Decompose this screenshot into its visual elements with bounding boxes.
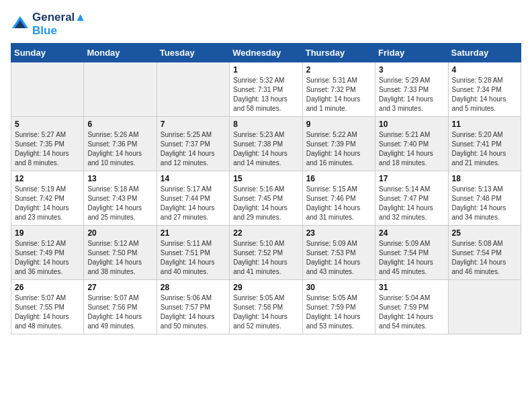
day-number: 19 xyxy=(15,228,80,238)
calendar-day-cell: 13Sunrise: 5:18 AM Sunset: 7:43 PM Dayli… xyxy=(84,171,157,226)
day-info: Sunrise: 5:09 AM Sunset: 7:54 PM Dayligh… xyxy=(379,239,444,277)
day-number: 4 xyxy=(452,65,517,75)
day-number: 12 xyxy=(15,174,80,183)
calendar-day-cell: 21Sunrise: 5:11 AM Sunset: 7:51 PM Dayli… xyxy=(157,226,229,280)
calendar-day-cell: 22Sunrise: 5:10 AM Sunset: 7:52 PM Dayli… xyxy=(230,226,302,280)
calendar-day-cell: 3Sunrise: 5:29 AM Sunset: 7:33 PM Daylig… xyxy=(375,62,448,117)
day-number: 2 xyxy=(306,65,371,75)
day-info: Sunrise: 5:31 AM Sunset: 7:32 PM Dayligh… xyxy=(306,76,371,113)
day-number: 22 xyxy=(233,228,298,238)
calendar-week-row: 5Sunrise: 5:27 AM Sunset: 7:35 PM Daylig… xyxy=(11,117,521,171)
calendar-day-cell: 14Sunrise: 5:17 AM Sunset: 7:44 PM Dayli… xyxy=(157,171,229,226)
logo-text: General▲ Blue xyxy=(32,11,86,38)
day-info: Sunrise: 5:10 AM Sunset: 7:52 PM Dayligh… xyxy=(233,239,298,277)
calendar-day-cell: 27Sunrise: 5:07 AM Sunset: 7:56 PM Dayli… xyxy=(84,280,157,334)
day-info: Sunrise: 5:21 AM Sunset: 7:40 PM Dayligh… xyxy=(379,130,444,168)
day-number: 20 xyxy=(87,228,152,238)
day-info: Sunrise: 5:07 AM Sunset: 7:55 PM Dayligh… xyxy=(15,293,80,331)
day-info: Sunrise: 5:26 AM Sunset: 7:36 PM Dayligh… xyxy=(87,130,152,168)
weekday-header: Tuesday xyxy=(157,44,229,62)
day-info: Sunrise: 5:15 AM Sunset: 7:46 PM Dayligh… xyxy=(306,185,371,222)
calendar-day-cell: 18Sunrise: 5:13 AM Sunset: 7:48 PM Dayli… xyxy=(448,171,521,226)
day-number: 27 xyxy=(87,283,152,292)
calendar-day-cell: 28Sunrise: 5:06 AM Sunset: 7:57 PM Dayli… xyxy=(157,280,229,334)
calendar-day-cell: 17Sunrise: 5:14 AM Sunset: 7:47 PM Dayli… xyxy=(375,171,448,226)
weekday-header: Wednesday xyxy=(230,44,302,62)
day-info: Sunrise: 5:29 AM Sunset: 7:33 PM Dayligh… xyxy=(379,76,444,113)
day-number: 7 xyxy=(161,120,226,129)
calendar-day-cell: 24Sunrise: 5:09 AM Sunset: 7:54 PM Dayli… xyxy=(375,226,448,280)
weekday-header: Sunday xyxy=(11,44,84,62)
calendar-day-cell: 11Sunrise: 5:20 AM Sunset: 7:41 PM Dayli… xyxy=(448,117,521,171)
day-number: 10 xyxy=(379,120,444,129)
calendar-day-cell: 26Sunrise: 5:07 AM Sunset: 7:55 PM Dayli… xyxy=(11,280,84,334)
day-info: Sunrise: 5:12 AM Sunset: 7:49 PM Dayligh… xyxy=(15,239,80,277)
day-number: 3 xyxy=(379,65,444,75)
day-number: 6 xyxy=(87,120,152,129)
day-number: 25 xyxy=(452,228,517,238)
calendar-week-row: 1Sunrise: 5:32 AM Sunset: 7:31 PM Daylig… xyxy=(11,62,521,117)
calendar-day-cell: 7Sunrise: 5:25 AM Sunset: 7:37 PM Daylig… xyxy=(157,117,229,171)
calendar: SundayMondayTuesdayWednesdayThursdayFrid… xyxy=(11,43,521,334)
calendar-day-cell: 29Sunrise: 5:05 AM Sunset: 7:58 PM Dayli… xyxy=(230,280,302,334)
day-number: 13 xyxy=(87,174,152,183)
day-number: 29 xyxy=(233,283,298,292)
calendar-day-cell: 16Sunrise: 5:15 AM Sunset: 7:46 PM Dayli… xyxy=(302,171,375,226)
day-number: 8 xyxy=(233,120,298,129)
day-info: Sunrise: 5:25 AM Sunset: 7:37 PM Dayligh… xyxy=(161,130,226,168)
calendar-day-cell: 25Sunrise: 5:08 AM Sunset: 7:54 PM Dayli… xyxy=(448,226,521,280)
day-number: 26 xyxy=(15,283,80,292)
calendar-week-row: 26Sunrise: 5:07 AM Sunset: 7:55 PM Dayli… xyxy=(11,280,521,334)
day-number: 28 xyxy=(161,283,226,292)
weekday-header: Monday xyxy=(84,44,157,62)
day-info: Sunrise: 5:20 AM Sunset: 7:41 PM Dayligh… xyxy=(452,130,517,168)
calendar-day-cell: 2Sunrise: 5:31 AM Sunset: 7:32 PM Daylig… xyxy=(302,62,375,117)
day-number: 11 xyxy=(452,120,517,129)
day-number: 1 xyxy=(233,65,298,75)
day-number: 15 xyxy=(233,174,298,183)
calendar-day-cell: 23Sunrise: 5:09 AM Sunset: 7:53 PM Dayli… xyxy=(302,226,375,280)
calendar-day-cell: 10Sunrise: 5:21 AM Sunset: 7:40 PM Dayli… xyxy=(375,117,448,171)
day-info: Sunrise: 5:05 AM Sunset: 7:59 PM Dayligh… xyxy=(306,293,371,331)
day-number: 30 xyxy=(306,283,371,292)
day-number: 17 xyxy=(379,174,444,183)
weekday-header: Friday xyxy=(375,44,448,62)
day-info: Sunrise: 5:07 AM Sunset: 7:56 PM Dayligh… xyxy=(87,293,152,331)
day-info: Sunrise: 5:11 AM Sunset: 7:51 PM Dayligh… xyxy=(161,239,226,277)
day-info: Sunrise: 5:14 AM Sunset: 7:47 PM Dayligh… xyxy=(379,185,444,222)
day-info: Sunrise: 5:18 AM Sunset: 7:43 PM Dayligh… xyxy=(87,185,152,222)
calendar-day-cell xyxy=(84,62,157,117)
calendar-week-row: 12Sunrise: 5:19 AM Sunset: 7:42 PM Dayli… xyxy=(11,171,521,226)
calendar-day-cell: 20Sunrise: 5:12 AM Sunset: 7:50 PM Dayli… xyxy=(84,226,157,280)
day-number: 18 xyxy=(452,174,517,183)
day-info: Sunrise: 5:08 AM Sunset: 7:54 PM Dayligh… xyxy=(452,239,517,277)
calendar-day-cell: 12Sunrise: 5:19 AM Sunset: 7:42 PM Dayli… xyxy=(11,171,84,226)
day-info: Sunrise: 5:27 AM Sunset: 7:35 PM Dayligh… xyxy=(15,130,80,168)
weekday-header: Saturday xyxy=(448,44,521,62)
day-info: Sunrise: 5:32 AM Sunset: 7:31 PM Dayligh… xyxy=(233,76,298,113)
calendar-day-cell: 31Sunrise: 5:04 AM Sunset: 7:59 PM Dayli… xyxy=(375,280,448,334)
calendar-day-cell: 4Sunrise: 5:28 AM Sunset: 7:34 PM Daylig… xyxy=(448,62,521,117)
day-info: Sunrise: 5:17 AM Sunset: 7:44 PM Dayligh… xyxy=(161,185,226,222)
calendar-day-cell xyxy=(448,280,521,334)
day-number: 16 xyxy=(306,174,371,183)
day-info: Sunrise: 5:19 AM Sunset: 7:42 PM Dayligh… xyxy=(15,185,80,222)
calendar-day-cell: 6Sunrise: 5:26 AM Sunset: 7:36 PM Daylig… xyxy=(84,117,157,171)
day-number: 21 xyxy=(161,228,226,238)
logo: General▲ Blue xyxy=(11,11,86,38)
calendar-day-cell xyxy=(11,62,84,117)
calendar-day-cell: 19Sunrise: 5:12 AM Sunset: 7:49 PM Dayli… xyxy=(11,226,84,280)
calendar-day-cell: 15Sunrise: 5:16 AM Sunset: 7:45 PM Dayli… xyxy=(230,171,302,226)
day-info: Sunrise: 5:23 AM Sunset: 7:38 PM Dayligh… xyxy=(233,130,298,168)
calendar-day-cell: 1Sunrise: 5:32 AM Sunset: 7:31 PM Daylig… xyxy=(230,62,302,117)
day-info: Sunrise: 5:22 AM Sunset: 7:39 PM Dayligh… xyxy=(306,130,371,168)
calendar-day-cell xyxy=(157,62,229,117)
day-info: Sunrise: 5:06 AM Sunset: 7:57 PM Dayligh… xyxy=(161,293,226,331)
logo-icon xyxy=(11,15,30,34)
day-number: 5 xyxy=(15,120,80,129)
day-number: 9 xyxy=(306,120,371,129)
calendar-day-cell: 5Sunrise: 5:27 AM Sunset: 7:35 PM Daylig… xyxy=(11,117,84,171)
calendar-day-cell: 8Sunrise: 5:23 AM Sunset: 7:38 PM Daylig… xyxy=(230,117,302,171)
calendar-week-row: 19Sunrise: 5:12 AM Sunset: 7:49 PM Dayli… xyxy=(11,226,521,280)
weekday-header: Thursday xyxy=(302,44,375,62)
